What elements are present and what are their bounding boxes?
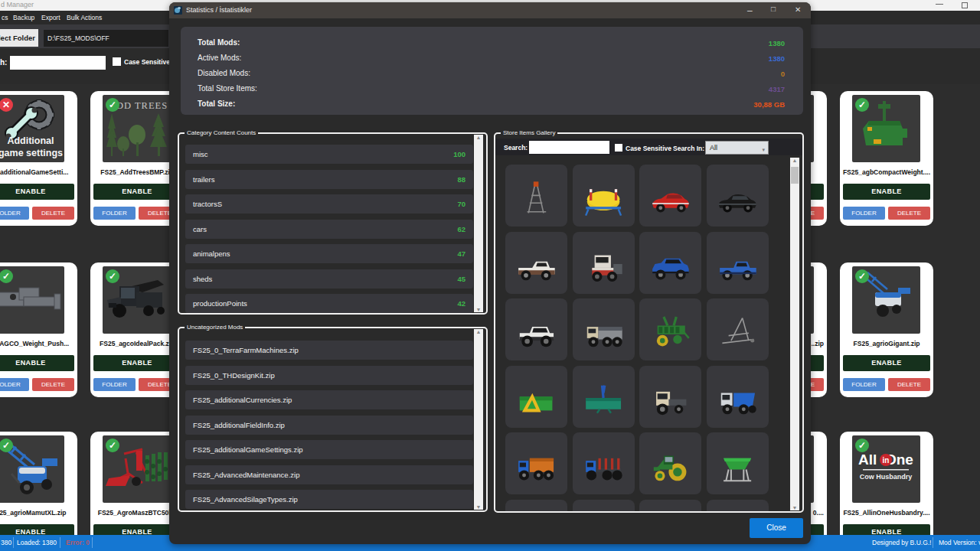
svg-text:game settings: game settings (0, 148, 63, 158)
svg-text:Cow Husbandry: Cow Husbandry (860, 473, 913, 481)
svg-text:in: in (883, 456, 890, 465)
svg-text:Additional: Additional (7, 135, 54, 146)
